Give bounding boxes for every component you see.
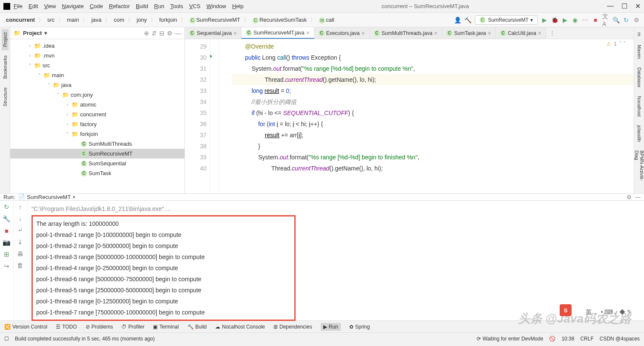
breadcrumb-item[interactable]: CRecursiveSumTask: [251, 16, 308, 24]
breadcrumb-item[interactable]: com: [112, 16, 126, 24]
bottom-tool-build[interactable]: 🔨Build: [187, 324, 207, 330]
code-line[interactable]: if (hi - lo <= SEQUENTIAL_CUTOFF) {: [232, 107, 634, 118]
breadcrumb-item[interactable]: java: [89, 16, 103, 24]
editor-tab[interactable]: CCalcUtil.java×: [496, 27, 546, 39]
expand-icon[interactable]: ⇵: [152, 30, 157, 37]
tree-arrow[interactable]: ›: [65, 122, 70, 127]
console-output[interactable]: "C:\Program Files\Java\jdk1.8.0_211\bin\…: [27, 201, 644, 323]
editor-tab[interactable]: CSumRecursiveMT.java×: [242, 27, 314, 39]
menu-run[interactable]: Run: [154, 3, 164, 9]
stop-icon[interactable]: ■: [5, 227, 9, 234]
left-rail-structure[interactable]: Structure: [2, 84, 9, 110]
code-area[interactable]: @Override public Long call() throws Exce…: [219, 39, 634, 193]
breadcrumb-item[interactable]: CSumRecursiveMT: [188, 16, 242, 24]
code-line[interactable]: public Long call() throws Exception {: [232, 52, 634, 63]
breadcrumb-item[interactable]: main: [65, 16, 80, 24]
update-icon[interactable]: 文A: [602, 17, 609, 23]
tree-arrow[interactable]: ˅: [46, 83, 51, 87]
code-line[interactable]: for (int i = lo; i < hi; i++) {: [232, 118, 634, 130]
delete-icon[interactable]: 🗑: [17, 262, 23, 269]
tree-item[interactable]: ˅📁com.jony: [10, 90, 184, 100]
layout-icon[interactable]: ⊞: [4, 251, 9, 258]
tree-item[interactable]: ›📁atomic: [10, 100, 184, 110]
hide-icon[interactable]: —: [175, 30, 181, 37]
tree-arrow[interactable]: ›: [65, 102, 70, 107]
breadcrumb-item[interactable]: mcall: [317, 16, 336, 24]
menu-view[interactable]: View: [44, 3, 56, 9]
right-rail-tab[interactable]: m: [636, 29, 643, 40]
close-icon[interactable]: ×: [362, 30, 365, 37]
collapse-icon[interactable]: ⊟: [159, 30, 164, 37]
warning-icon[interactable]: ⚠: [607, 41, 611, 47]
profile-icon[interactable]: ◉: [572, 17, 578, 23]
bottom-tool-run[interactable]: ▶Run: [321, 323, 341, 331]
code-line[interactable]: System.out.format("%s range [%d-%d] begi…: [232, 63, 634, 74]
breadcrumb-item[interactable]: concurrent: [4, 16, 37, 24]
gear-icon[interactable]: ⚙: [627, 194, 632, 200]
tab-more[interactable]: ⋮: [546, 30, 558, 36]
bottom-tool-problems[interactable]: ⊘Problems: [86, 324, 113, 330]
minimize-button[interactable]: —: [607, 2, 614, 10]
eol-status[interactable]: CRLF: [580, 336, 593, 342]
tree-item[interactable]: CSumTask: [10, 168, 184, 178]
editor-tab[interactable]: CSumMultiThreads.java×: [370, 27, 443, 39]
maximize-button[interactable]: ☐: [621, 2, 627, 10]
build-icon[interactable]: 🔨: [465, 17, 472, 23]
menu-help[interactable]: Help: [232, 3, 244, 9]
tree-arrow[interactable]: ˅: [65, 132, 70, 136]
tree-item[interactable]: CSumMultiThreads: [10, 139, 184, 149]
bottom-tool-nocalhost-console[interactable]: ☁Nocalhost Console: [215, 324, 265, 330]
left-rail-project[interactable]: Project: [2, 29, 9, 50]
sync-icon[interactable]: ↻: [623, 17, 630, 23]
menu-edit[interactable]: Edit: [29, 3, 38, 9]
camera-icon[interactable]: 📷: [3, 239, 11, 246]
scroll-icon[interactable]: ⤓: [17, 238, 23, 246]
code-line[interactable]: //最小拆分的阈值: [232, 96, 634, 107]
code-line[interactable]: result += arr[i];: [232, 130, 634, 141]
right-rail-tab[interactable]: BPMN-Activiti-Diag: [633, 147, 644, 192]
editor-tab[interactable]: CExecutors.java×: [314, 27, 370, 39]
tree-arrow[interactable]: ˅: [27, 63, 32, 68]
menu-tools[interactable]: Tools: [170, 3, 183, 9]
gear-icon[interactable]: ⚙: [167, 30, 172, 37]
tree-item[interactable]: ›📁factory: [10, 119, 184, 129]
bottom-tool-spring[interactable]: ✿Spring: [349, 324, 370, 330]
tree-item[interactable]: ˅📁forkjoin: [10, 129, 184, 139]
tree-item[interactable]: ›📁.mvn: [10, 51, 184, 61]
code-line[interactable]: Thread.currentThread().getName(), lo, hi…: [232, 163, 634, 174]
bottom-tool-dependencies[interactable]: ⊞Dependencies: [273, 324, 312, 330]
editor-body[interactable]: 293031323334353637383940 @Override publi…: [185, 39, 634, 193]
notification-icon[interactable]: 🚫: [549, 336, 555, 342]
tree-arrow[interactable]: ›: [27, 53, 32, 58]
menu-vcs[interactable]: VCS: [189, 3, 201, 9]
run-config-name[interactable]: 📄 SumRecursiveMT ×: [18, 194, 75, 200]
run-icon[interactable]: ▶: [541, 17, 548, 23]
editor-tab[interactable]: CSumTask.java×: [442, 27, 496, 39]
tree-item[interactable]: CSumRecursiveMT: [10, 149, 184, 159]
breadcrumb-item[interactable]: jony: [135, 16, 149, 24]
right-rail-tab[interactable]: jclasslib: [636, 122, 643, 145]
tree-arrow[interactable]: ›: [27, 43, 32, 48]
settings-icon[interactable]: ⚙: [633, 17, 640, 23]
menu-code[interactable]: Code: [90, 3, 103, 9]
chevron-down-icon[interactable]: ˇ: [624, 41, 625, 47]
code-line[interactable]: @Override: [232, 41, 634, 52]
down-icon[interactable]: ↓: [19, 215, 22, 222]
close-icon[interactable]: ×: [306, 29, 310, 36]
tree-item[interactable]: ›📁.idea: [10, 41, 184, 51]
run-config-selector[interactable]: C SumRecursiveMT ▾: [475, 15, 538, 25]
menu-build[interactable]: Build: [136, 3, 148, 9]
tree-item[interactable]: ˅📁main: [10, 70, 184, 80]
tree-item[interactable]: CSumSequential: [10, 159, 184, 168]
wrench-icon[interactable]: 🔧: [3, 215, 11, 223]
right-rail-tab[interactable]: Maven: [636, 41, 643, 62]
chevron-up-icon[interactable]: ˆ: [619, 41, 621, 47]
search-icon[interactable]: 🔍: [612, 17, 619, 23]
menu-file[interactable]: File: [14, 3, 23, 9]
close-button[interactable]: ✕: [635, 2, 641, 10]
tree-item[interactable]: ›📁concurrent: [10, 110, 184, 119]
rerun-icon[interactable]: ↻: [4, 203, 9, 211]
left-rail-bookmarks[interactable]: Bookmarks: [2, 52, 9, 82]
close-icon[interactable]: ×: [488, 30, 491, 37]
bottom-tool-terminal[interactable]: ▣Terminal: [153, 324, 178, 330]
